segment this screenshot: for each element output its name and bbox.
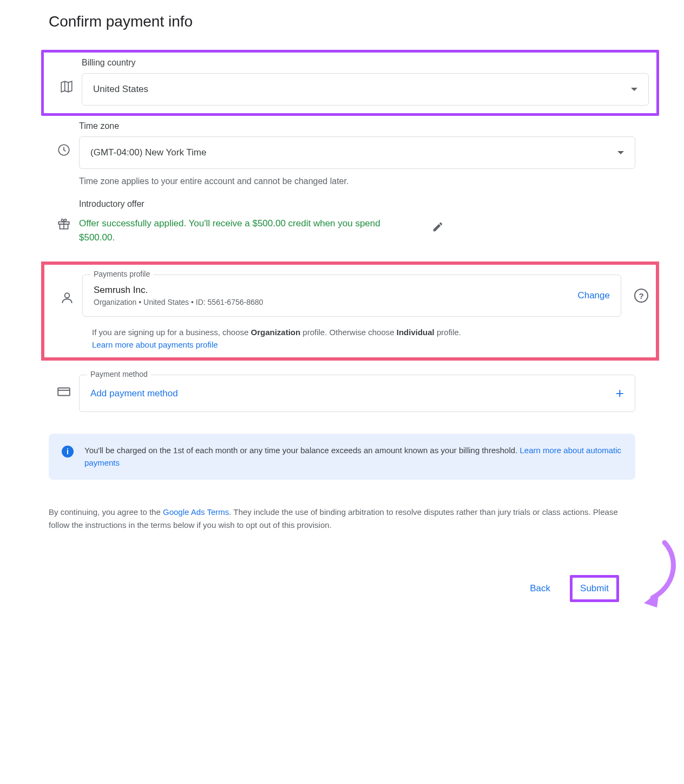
learn-profile-link[interactable]: Learn more about payments profile bbox=[92, 340, 218, 349]
payment-method-legend: Payment method bbox=[87, 370, 151, 378]
intro-offer-label: Introductory offer bbox=[79, 199, 635, 209]
payment-method-field[interactable]: Payment method Add payment method + bbox=[79, 375, 635, 412]
clock-icon bbox=[49, 121, 79, 157]
edit-icon[interactable] bbox=[428, 217, 448, 239]
payments-profile-legend: Payments profile bbox=[90, 270, 153, 278]
payments-profile-highlight: Payments profile Semrush Inc. Organizati… bbox=[41, 262, 659, 361]
plus-icon: + bbox=[616, 385, 624, 402]
timezone-label: Time zone bbox=[79, 121, 635, 131]
info-banner-text: You'll be charged on the 1st of each mon… bbox=[84, 446, 519, 455]
billing-country-value: United States bbox=[93, 84, 148, 95]
card-icon bbox=[49, 375, 79, 398]
billing-country-select[interactable]: United States bbox=[82, 73, 649, 106]
svg-rect-7 bbox=[58, 388, 70, 396]
intro-offer-text: Offer successfully applied. You'll recei… bbox=[79, 217, 415, 244]
timezone-select[interactable]: (GMT-04:00) New York Time bbox=[79, 136, 635, 169]
payments-profile-help: If you are signing up for a business, ch… bbox=[92, 326, 648, 351]
page-title: Confirm payment info bbox=[49, 13, 635, 30]
info-icon: i bbox=[62, 446, 74, 458]
terms-text: By continuing, you agree to the Google A… bbox=[49, 506, 635, 532]
billing-country-highlight: Billing country United States bbox=[41, 50, 659, 116]
submit-button[interactable]: Submit bbox=[573, 578, 616, 599]
timezone-help: Time zone applies to your entire account… bbox=[79, 177, 635, 186]
arrow-annotation bbox=[637, 537, 681, 613]
person-icon bbox=[52, 275, 82, 305]
chevron-down-icon bbox=[631, 88, 637, 91]
billing-info-banner: i You'll be charged on the 1st of each m… bbox=[49, 434, 635, 480]
gift-icon bbox=[49, 217, 79, 231]
add-payment-label: Add payment method bbox=[90, 388, 178, 399]
payments-profile-field: Payments profile Semrush Inc. Organizati… bbox=[82, 275, 621, 317]
payments-profile-meta: Organization • United States • ID: 5561-… bbox=[94, 298, 263, 306]
help-icon[interactable]: ? bbox=[634, 289, 648, 303]
payments-profile-name: Semrush Inc. bbox=[94, 285, 263, 296]
timezone-value: (GMT-04:00) New York Time bbox=[90, 147, 206, 158]
back-button[interactable]: Back bbox=[522, 578, 558, 599]
change-profile-link[interactable]: Change bbox=[577, 290, 610, 301]
map-icon bbox=[51, 58, 82, 94]
submit-highlight: Submit bbox=[570, 575, 619, 602]
billing-country-label: Billing country bbox=[82, 58, 649, 68]
svg-point-6 bbox=[65, 293, 70, 298]
google-ads-terms-link[interactable]: Google Ads Terms bbox=[163, 507, 229, 517]
chevron-down-icon bbox=[617, 151, 624, 154]
